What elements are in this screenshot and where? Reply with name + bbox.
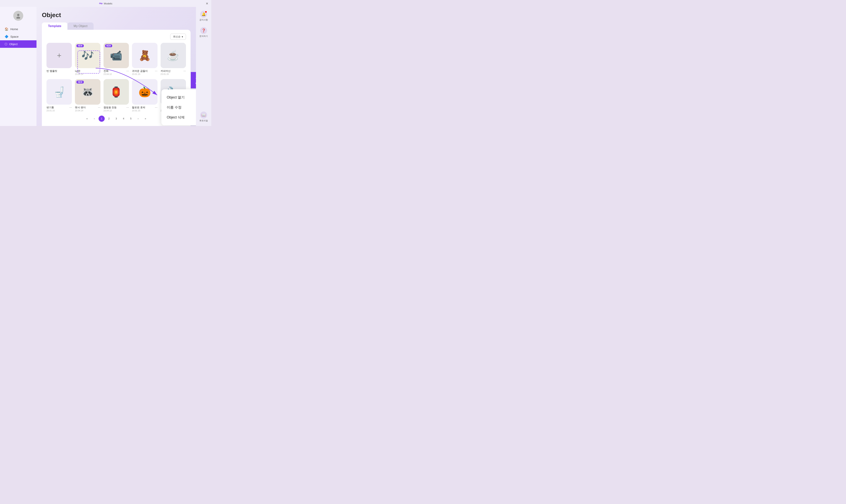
new-badge-lp: NEW [76,44,84,47]
page-last[interactable]: » [142,115,148,122]
card-name-lantern: 캠핑용 전등 [104,106,117,109]
dots-btn-lantern[interactable]: ··· [126,106,129,109]
notice-label: 공지사항 [199,18,208,21]
object-grid-row1: + 빈 탬플릿 NEW 🎶 Lp판 ··· 23 [47,43,186,75]
card-name-panda: 랫서 팬더 [75,106,86,109]
home-icon: 🏠 [5,27,8,31]
dots-btn-panda[interactable]: ··· [98,106,100,109]
sidebar-item-object[interactable]: ⬡ Object [0,40,36,48]
card-name-empty: 빈 탬플릿 [47,69,57,73]
card-date-panda: 23.04.14 [75,109,100,112]
inquiry-icon: ❓ [200,27,207,34]
app-logo: Modelic [99,2,112,5]
bear-icon: 🧸 [139,51,151,60]
main-content: Object Template My Object 최신순 ▾ [36,7,196,126]
dots-btn-coffee[interactable]: ··· [183,69,186,73]
card-date-pumpkin: 23.01.15 [132,109,157,112]
dots-btn-reel[interactable]: ··· [126,69,129,73]
notice-button[interactable]: 🔔 공지사항 [199,11,208,21]
context-menu-open[interactable]: Object 열기 [161,92,196,102]
space-icon: 🔷 [5,35,8,38]
card-empty[interactable]: + 빈 탬플릿 [47,43,72,75]
page-2[interactable]: 2 [106,115,112,122]
card-thumb-empty: + [47,43,72,68]
card-thumb-bear: 🧸 [132,43,157,68]
selection-overlay [77,51,100,74]
card-pumpkin[interactable]: 🎃 할로윈 호박 ··· 23.01.15 [132,79,157,111]
card-name-reel: 전화 [104,69,108,73]
panda-icon: 🦝 [82,87,94,97]
card-date-toilet: 23.01.15 [47,109,72,112]
context-menu-rename[interactable]: 이름 수정 [161,102,196,112]
close-button[interactable]: ✕ [206,2,208,5]
pumpkin-icon: 🎃 [139,87,151,97]
notice-icon: 🔔 [200,11,207,18]
card-bear[interactable]: 🧸 귀여운 곰돌이 ··· 23.01.15 [132,43,157,75]
tutorial-button[interactable]: 📖 튜토리얼 [199,111,208,122]
page-5[interactable]: 5 [128,115,134,122]
page-first[interactable]: « [84,115,90,122]
dots-btn-toilet[interactable]: ··· [69,106,72,109]
tab-template[interactable]: Template [42,22,67,30]
number-badge: 2 [191,72,196,88]
card-date-bear: 23.01.15 [132,73,157,75]
card-coffee[interactable]: ☕ 커피머신 ··· 23.01.15 [161,43,186,75]
page-title: Object [42,12,191,19]
lantern-icon: 🏮 [110,87,122,97]
page-prev[interactable]: ‹ [91,115,98,122]
notice-badge [205,11,207,13]
svg-point-1 [16,17,20,19]
inquiry-label: 문의하기 [199,35,208,38]
card-reel[interactable]: NEW 📹 전화 ··· 23.04.12 [104,43,129,75]
tabs: Template My Object [42,22,191,30]
sidebar-label-space: Space [11,35,19,38]
context-menu-delete[interactable]: Object 삭제 [161,112,196,122]
new-badge-reel: NEW [105,44,112,47]
page-next[interactable]: › [135,115,141,122]
context-menu: Object 열기 이름 수정 Object 삭제 [161,89,196,125]
reel-icon: 📹 [110,51,122,60]
card-thumb-coffee: ☕ [161,43,186,68]
tab-my-object[interactable]: My Object [67,22,93,30]
card-panda[interactable]: NEW 🦝 랫서 팬더 ··· 23.04.14 [75,79,100,111]
inquiry-button[interactable]: ❓ 문의하기 [199,27,208,38]
right-sidebar: 🔔 공지사항 ❓ 문의하기 📖 튜토리얼 [196,7,211,126]
sidebar-label-home: Home [11,28,18,31]
add-icon: + [57,51,61,60]
sidebar-label-object: Object [9,42,17,46]
card-thumb-reel: NEW 📹 [104,43,129,68]
card-date-coffee: 23.01.15 [161,73,186,75]
card-lantern[interactable]: 🏮 캠핑용 전등 ··· 23.04.12 [104,79,129,111]
card-thumb-toilet: 🚽 [47,79,72,105]
sort-chevron-icon: ▾ [182,35,183,38]
app-container: 🏠 Home 🔷 Space ⬡ Object Object Template … [0,7,211,126]
page-3[interactable]: 3 [113,115,119,122]
card-name-toilet: 변기통 [47,106,54,109]
dots-btn-bear[interactable]: ··· [155,69,157,73]
new-badge-panda: NEW [76,80,84,84]
dots-btn-pumpkin[interactable]: ··· [155,106,157,109]
sidebar-item-home[interactable]: 🏠 Home [0,25,36,33]
tutorial-label: 튜토리얼 [199,119,208,122]
tutorial-icon: 📖 [200,111,207,119]
sidebar: 🏠 Home 🔷 Space ⬡ Object [0,7,36,126]
card-toilet[interactable]: 🚽 변기통 ··· 23.01.15 [47,79,72,111]
card-date-reel: 23.04.12 [104,73,129,75]
card-thumb-pumpkin: 🎃 [132,79,157,105]
page-4[interactable]: 4 [121,115,127,122]
coffee-icon: ☕ [167,51,179,60]
toilet-icon: 🚽 [53,87,66,97]
sort-row: 최신순 ▾ [47,34,186,40]
avatar [13,11,23,21]
sort-dropdown[interactable]: 최신순 ▾ [170,34,186,40]
avatar-wrap [0,11,36,21]
page-1[interactable]: 1 [99,115,105,122]
svg-point-0 [17,14,19,16]
card-thumb-panda: NEW 🦝 [75,79,100,105]
card-date-lantern: 23.04.12 [104,109,129,112]
card-name-pumpkin: 할로윈 호박 [132,106,145,109]
titlebar: Modelic ✕ [0,0,211,7]
content-panel: 최신순 ▾ + 빈 탬플릿 NEW [42,30,191,126]
card-name-coffee: 커피머신 [161,69,171,73]
sidebar-item-space[interactable]: 🔷 Space [0,33,36,40]
